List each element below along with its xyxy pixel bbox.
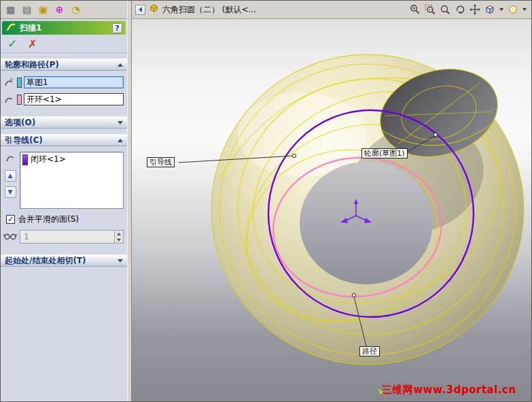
guide-color-swatch [22,154,28,165]
property-tab-icon[interactable]: ▣ [36,3,50,16]
glasses-icon [3,231,17,242]
help-button[interactable]: ? [112,23,122,33]
cancel-button[interactable]: ✗ [28,37,37,50]
solidworks-window: ▦ ▤ ▣ ⊕ ◔ 扫描1 ? ✓ ✗ 轮廓和路径(P) [0,0,532,402]
part-icon [149,3,159,16]
guide-curve-list[interactable]: 闭环<1> [20,152,124,209]
group-tangency: 起始处/结束处相切(T) [1,254,127,267]
display-style-dropdown-icon[interactable] [522,8,527,11]
property-manager-panel: ▦ ▤ ▣ ⊕ ◔ 扫描1 ? ✓ ✗ 轮廓和路径(P) [1,1,127,401]
pan-icon[interactable] [468,3,482,16]
group-profile-path: 轮廓和路径(P) 0 [1,58,127,111]
merge-faces-label: 合并平滑的面(S) [18,214,79,225]
callout-profile[interactable]: 轮廓(草图1) [361,148,408,158]
profile-color-swatch [17,78,22,88]
panel-splitter[interactable] [127,1,132,401]
chevron-up-icon [118,139,123,142]
group-label: 起始处/结束处相切(T) [5,255,115,267]
group-options-header[interactable]: 选项(O) [1,116,127,129]
move-down-button[interactable]: ▼ [5,186,16,198]
merge-faces-checkbox[interactable]: ✓ [6,215,15,224]
panel-title: 扫描1 [20,22,109,34]
view-orientation-dropdown-icon[interactable] [499,8,503,11]
callout-path[interactable]: 路径 [359,346,380,356]
left-toolbar: ▦ ▤ ▣ ⊕ ◔ [1,1,127,19]
group-profile-path-header[interactable]: 轮廓和路径(P) [1,58,127,71]
group-tangency-header[interactable]: 起始处/结束处相切(T) [1,254,127,267]
group-guide-curves-header[interactable]: 引导线(C) [1,134,127,146]
panel-collapse-button[interactable] [135,5,145,15]
view-orientation-icon[interactable] [483,3,497,16]
path-selector-icon [3,95,15,105]
callout-guide[interactable]: 引导线 [147,157,175,167]
zoom-area-icon[interactable] [423,3,437,16]
spinner-up-button[interactable] [115,231,123,237]
section-number-field: 1 [20,230,124,244]
group-label: 轮廓和路径(P) [5,59,115,71]
group-guide-curves: 引导线(C) ▲ ▼ [1,134,127,249]
chevron-up-icon [118,63,123,67]
svg-text:0: 0 [10,78,13,82]
rotate-view-icon[interactable] [453,3,467,16]
guide-selector-icon [5,153,16,165]
profile-selector-icon: 0 [3,78,15,88]
merge-faces-row: ✓ 合并平滑的面(S) [3,214,124,225]
sweep-icon [5,22,16,34]
chevron-down-icon [118,121,123,124]
view-toolbar [408,3,528,16]
document-title: 六角扫圆（二） (默认<... [162,4,256,16]
section-preview-row: 1 [3,230,124,244]
spinner-buttons [114,231,123,243]
center-hole [300,162,433,284]
move-rotate-icon[interactable]: ⊕ [52,3,67,16]
chevron-down-icon [118,259,123,263]
display-style-icon[interactable] [506,3,520,16]
path-color-swatch [17,95,22,105]
zoom-in-icon[interactable] [408,3,422,16]
zoom-fit-icon[interactable] [438,3,452,16]
group-label: 引导线(C) [5,135,115,146]
panel-actions: ✓ ✗ [1,35,127,53]
move-up-button[interactable]: ▲ [5,170,16,182]
path-row [3,93,124,105]
watermark-text: 三维网www.3dportal.cn [382,384,516,397]
profile-row: 0 [3,76,124,88]
mass-props-icon[interactable]: ◔ [69,3,83,16]
guide-item-label: 闭环<1> [31,154,66,165]
path-input[interactable] [24,93,124,105]
section-number-value: 1 [24,232,29,241]
model-scene [132,19,531,401]
ok-button[interactable]: ✓ [7,37,17,50]
panel-header: 扫描1 ? [2,21,126,35]
list-item[interactable]: 闭环<1> [20,152,123,167]
sweep-property-manager: 扫描1 ? ✓ ✗ 轮廓和路径(P) 0 [1,19,127,401]
annotations-icon[interactable]: ▤ [20,3,34,16]
spinner-down-button[interactable] [115,237,123,243]
graphics-area[interactable]: 引导线 轮廓(草图1) 路径 三维网www.3dportal.cn [132,19,531,401]
sketch-grid-icon[interactable]: ▦ [3,3,18,16]
profile-input[interactable] [24,76,124,88]
document-titlebar: 六角扫圆（二） (默认<... [132,1,531,19]
group-options: 选项(O) [1,116,127,129]
group-label: 选项(O) [5,117,115,129]
